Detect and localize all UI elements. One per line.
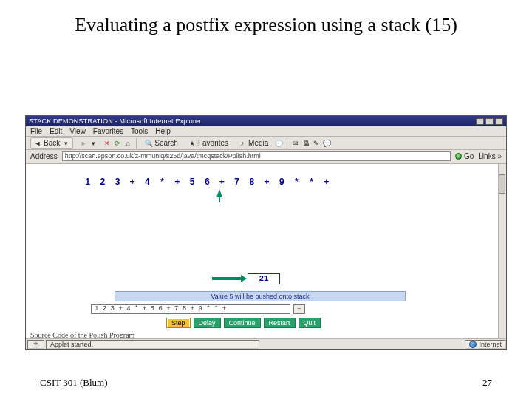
token: +: [219, 177, 225, 188]
discuss-icon[interactable]: 💬: [323, 140, 330, 147]
token: +: [264, 177, 269, 188]
menu-edit[interactable]: Edit: [50, 127, 62, 135]
chevron-down-icon: ▾: [62, 140, 69, 147]
zone-indicator: Internet: [465, 340, 506, 349]
search-icon: 🔍: [145, 140, 152, 147]
delay-button[interactable]: Delay: [194, 318, 221, 328]
window-title-text: STACK DEMONSTRATION - Microsoft Internet…: [29, 117, 202, 125]
links-label[interactable]: Links »: [478, 152, 502, 160]
history-icon[interactable]: 🕘: [275, 140, 282, 147]
mail-icon[interactable]: ✉: [292, 140, 299, 147]
content-area: 1 2 3 + 4 * + 5 6 + 7 8 + 9 * * + 21 Val…: [26, 163, 506, 339]
token: 7: [234, 177, 239, 188]
token: 5: [189, 177, 194, 188]
search-label: Search: [154, 139, 178, 147]
token: 1: [85, 177, 90, 188]
favorites-label: Favorites: [198, 139, 228, 147]
vertical-scroll-thumb[interactable]: [499, 174, 505, 194]
status-bar: ☕ Applet started. Internet: [26, 338, 506, 349]
window-titlebar[interactable]: STACK DEMONSTRATION - Microsoft Internet…: [26, 116, 506, 126]
status-text: Applet started.: [46, 340, 259, 349]
print-icon[interactable]: 🖶: [302, 140, 310, 147]
token: +: [174, 177, 180, 188]
restart-button[interactable]: Restart: [264, 318, 296, 328]
media-button[interactable]: ♪ Media: [235, 137, 272, 149]
edit-icon[interactable]: ✎: [313, 140, 320, 147]
applet-icon: ☕: [27, 340, 44, 349]
menu-bar: File Edit View Favorites Tools Help: [26, 126, 506, 137]
back-label: Back: [44, 139, 60, 147]
token: *: [294, 177, 299, 188]
token: 2: [100, 177, 105, 188]
close-button[interactable]: [495, 118, 503, 125]
token: +: [130, 177, 135, 188]
minimize-button[interactable]: [476, 118, 484, 125]
menu-favorites[interactable]: Favorites: [93, 127, 123, 135]
forward-button[interactable]: ► ▾: [76, 138, 100, 149]
quit-button[interactable]: Quit: [299, 318, 321, 328]
continue-button[interactable]: Continue: [224, 318, 261, 328]
stop-icon[interactable]: ✕: [103, 140, 111, 147]
media-icon: ♪: [239, 140, 246, 147]
address-input[interactable]: http://scan.epson.co.uk/z-mmuniq/s25d/ja…: [62, 151, 451, 161]
menu-file[interactable]: File: [30, 127, 42, 135]
refresh-icon[interactable]: ⟳: [114, 140, 121, 147]
stack-top-cell: 21: [248, 273, 280, 284]
token: +: [324, 177, 329, 188]
browser-window: STACK DEMONSTRATION - Microsoft Internet…: [25, 115, 507, 350]
go-button[interactable]: Go: [455, 152, 474, 160]
toolbar: ◄ Back ▾ ► ▾ ✕ ⟳ ⌂ 🔍 Search ★ Favorites …: [26, 137, 506, 150]
token: 4: [145, 177, 150, 188]
home-icon[interactable]: ⌂: [124, 140, 132, 147]
current-token-arrow-icon: [216, 189, 222, 197]
back-button[interactable]: ◄ Back ▾: [30, 137, 73, 149]
token: *: [309, 177, 314, 188]
step-button[interactable]: Step: [166, 318, 191, 328]
media-label: Media: [248, 139, 268, 147]
footer-left: CSIT 301 (Blum): [40, 377, 108, 389]
zone-label: Internet: [479, 341, 502, 348]
address-label: Address: [30, 152, 58, 160]
token: 8: [249, 177, 254, 188]
address-bar: Address http://scan.epson.co.uk/z-mmuniq…: [26, 150, 506, 163]
chevron-down-icon: ▾: [89, 140, 97, 147]
maximize-button[interactable]: [485, 118, 494, 125]
search-button[interactable]: 🔍 Search: [141, 137, 182, 149]
star-icon: ★: [188, 140, 196, 147]
token: 3: [115, 177, 120, 188]
menu-view[interactable]: View: [69, 127, 86, 135]
applet-button-row: Step Delay Continue Restart Quit: [166, 318, 321, 328]
expression-input[interactable]: 1 2 3 + 4 * + 5 6 + 7 8 + 9 * * +: [91, 304, 290, 314]
forward-arrow-icon: ►: [80, 140, 87, 147]
back-arrow-icon: ◄: [34, 140, 41, 147]
token: 6: [205, 177, 210, 188]
expression-token-row: 1 2 3 + 4 * + 5 6 + 7 8 + 9 * * +: [85, 177, 329, 188]
status-message: Value 5 will be pushed onto stack: [115, 291, 406, 301]
token: 9: [279, 177, 284, 188]
token: *: [160, 177, 165, 188]
footer-page-number: 27: [482, 377, 492, 389]
evaluate-button[interactable]: =: [293, 304, 305, 314]
menu-tools[interactable]: Tools: [131, 127, 148, 135]
go-label: Go: [464, 152, 474, 160]
stack-push-arrow-icon: [212, 277, 242, 280]
menu-help[interactable]: Help: [155, 127, 171, 135]
go-arrow-icon: [455, 153, 462, 160]
favorites-button[interactable]: ★ Favorites: [185, 137, 232, 149]
slide-footer: CSIT 301 (Blum) 27: [0, 377, 532, 389]
globe-icon: [469, 341, 477, 348]
slide-title: Evaluating a postfix expression using a …: [0, 0, 532, 44]
